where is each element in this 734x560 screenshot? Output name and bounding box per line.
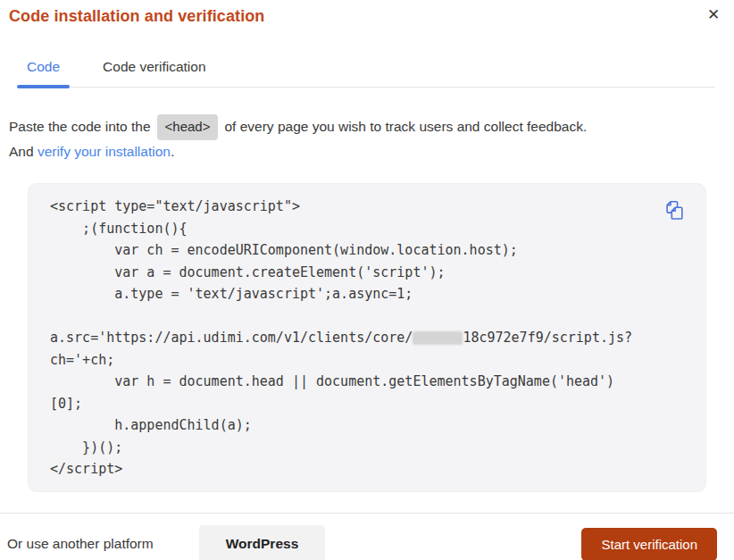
code-line: </script>: [50, 458, 684, 481]
code-line: a.type = 'text/javascript';a.async=1;: [50, 283, 684, 305]
instructions-after-chip: of every page you wish to track users an…: [224, 119, 587, 134]
wordpress-button[interactable]: WordPress: [199, 525, 326, 560]
redacted-token: [413, 331, 463, 345]
head-tag-chip: <head>: [157, 114, 219, 140]
modal-footer: Or use another platform WordPress Start …: [0, 525, 734, 560]
instructions-line2-prefix: And: [9, 144, 38, 159]
code-line: <script type="text/javascript">: [50, 196, 684, 218]
close-icon[interactable]: ✕: [702, 3, 725, 26]
modal-title: Code installation and verification: [9, 7, 725, 26]
instructions-before-chip: Paste the code into the: [9, 119, 151, 134]
code-line: var ch = encodeURIComponent(window.locat…: [50, 239, 684, 262]
code-line: })();: [50, 437, 684, 459]
tab-code[interactable]: Code: [17, 54, 70, 87]
footer-divider: [0, 513, 734, 514]
code-content: <script type="text/javascript"> ;(functi…: [50, 196, 684, 481]
code-snippet-block: <script type="text/javascript"> ;(functi…: [28, 183, 706, 492]
footer-left: Or use another platform WordPress: [7, 525, 325, 560]
code-installation-modal: Code installation and verification ✕ Cod…: [0, 0, 734, 560]
alt-platform-label: Or use another platform: [7, 536, 154, 552]
tab-bar: Code Code verification: [17, 54, 715, 88]
code-line: var h = document.head || document.getEle…: [50, 371, 684, 393]
start-verification-button[interactable]: Start verification: [581, 528, 717, 560]
modal-header: Code installation and verification ✕: [0, 0, 734, 26]
code-line: [50, 305, 684, 328]
code-line: var a = document.createElement('script')…: [50, 262, 684, 284]
code-line: h.appendChild(a);: [50, 414, 684, 437]
verify-installation-link[interactable]: verify your installation: [38, 144, 171, 159]
code-line: [0];: [50, 393, 684, 415]
code-line: a.src='https://api.udimi.com/v1/clients/…: [50, 327, 684, 349]
tab-code-verification[interactable]: Code verification: [93, 54, 215, 87]
code-line: ch='+ch;: [50, 349, 684, 372]
instructions-line2-suffix: .: [171, 144, 174, 159]
code-line: ;(function(){: [50, 218, 684, 240]
instructions-text: Paste the code into the<head>of every pa…: [9, 114, 725, 163]
copy-icon[interactable]: [663, 198, 686, 225]
